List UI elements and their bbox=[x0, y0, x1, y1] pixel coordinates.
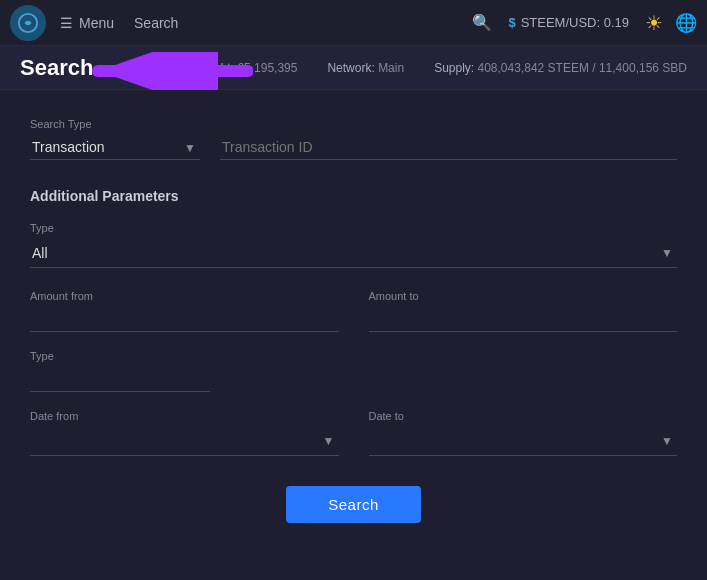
main-content: Search Type Transaction Account Block ▼ … bbox=[0, 90, 707, 580]
search-type-select-wrapper: Transaction Account Block ▼ bbox=[30, 135, 200, 160]
amount-to-input[interactable] bbox=[369, 307, 678, 332]
amount-from-field: Amount from bbox=[30, 290, 339, 332]
date-to-label: Date to bbox=[369, 410, 678, 422]
search-type-label: Search Type bbox=[30, 118, 200, 130]
subheader-stats: Height: 65,195,395 Network: Main Supply:… bbox=[196, 61, 687, 75]
type-all-field: Type All ▼ bbox=[30, 222, 677, 268]
search-type-select[interactable]: Transaction Account Block bbox=[30, 135, 200, 160]
type-all-select-wrapper: All ▼ bbox=[30, 239, 677, 268]
amount-row: Amount from Amount to bbox=[30, 290, 677, 332]
dollar-icon: $ bbox=[508, 15, 515, 30]
date-from-label: Date from bbox=[30, 410, 339, 422]
amount-from-input[interactable] bbox=[30, 307, 339, 332]
menu-label: Menu bbox=[79, 15, 114, 31]
date-row: Date from ▼ Date to ▼ bbox=[30, 410, 677, 456]
price-label: STEEM/USD: 0.19 bbox=[521, 15, 629, 30]
navbar: ☰ Menu Search 🔍 $ STEEM/USD: 0.19 ☀ 🌐 bbox=[0, 0, 707, 46]
date-from-select[interactable] bbox=[30, 427, 339, 455]
language-icon[interactable]: 🌐 bbox=[675, 12, 697, 34]
arrow-annotation bbox=[88, 52, 253, 94]
price-display: $ STEEM/USD: 0.19 bbox=[508, 15, 629, 30]
theme-toggle-icon[interactable]: ☀ bbox=[645, 11, 663, 35]
amount-from-label: Amount from bbox=[30, 290, 339, 302]
amount-to-label: Amount to bbox=[369, 290, 678, 302]
logo[interactable] bbox=[10, 5, 46, 41]
menu-icon: ☰ bbox=[60, 15, 73, 31]
subheader: Search Height: 65,195,395 Network: Main … bbox=[0, 46, 707, 90]
search-button[interactable]: Search bbox=[286, 486, 421, 523]
amount-to-field: Amount to bbox=[369, 290, 678, 332]
transaction-id-wrapper bbox=[220, 135, 677, 160]
type-small-row: Type bbox=[30, 350, 677, 392]
date-from-select-wrapper: ▼ bbox=[30, 427, 339, 456]
additional-params-title: Additional Parameters bbox=[30, 188, 677, 204]
search-button-row: Search bbox=[30, 486, 677, 523]
date-to-select[interactable] bbox=[369, 427, 678, 455]
navbar-search-text: Search bbox=[134, 15, 472, 31]
date-from-field: Date from ▼ bbox=[30, 410, 339, 456]
transaction-id-input[interactable] bbox=[220, 135, 677, 160]
type-all-row: Type All ▼ bbox=[30, 222, 677, 268]
type-small-label: Type bbox=[30, 350, 677, 362]
date-to-select-wrapper: ▼ bbox=[369, 427, 678, 456]
type-all-select[interactable]: All bbox=[30, 239, 677, 267]
supply-stat: Supply: 408,043,842 STEEM / 11,400,156 S… bbox=[434, 61, 687, 75]
search-icon[interactable]: 🔍 bbox=[472, 13, 492, 32]
type-all-label: Type bbox=[30, 222, 677, 234]
type-small-field: Type bbox=[30, 350, 677, 392]
additional-params-section: Additional Parameters Type All ▼ Amount … bbox=[30, 188, 677, 523]
network-stat: Network: Main bbox=[327, 61, 404, 75]
page-title: Search bbox=[20, 55, 93, 81]
type-small-input[interactable] bbox=[30, 367, 210, 392]
search-type-field: Search Type Transaction Account Block ▼ bbox=[30, 118, 200, 160]
search-type-row: Search Type Transaction Account Block ▼ bbox=[30, 118, 677, 160]
menu-button[interactable]: ☰ Menu bbox=[60, 15, 114, 31]
date-to-field: Date to ▼ bbox=[369, 410, 678, 456]
